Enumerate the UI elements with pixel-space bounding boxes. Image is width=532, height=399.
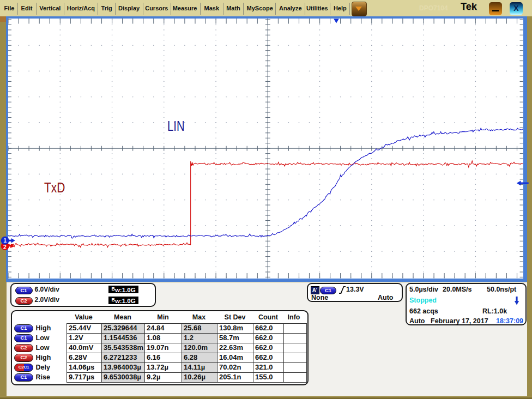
svg-text:TxD: TxD	[44, 180, 65, 195]
svg-text:2: 2	[3, 244, 7, 250]
svg-text:1: 1	[3, 237, 7, 244]
svg-text:LIN: LIN	[167, 118, 185, 134]
